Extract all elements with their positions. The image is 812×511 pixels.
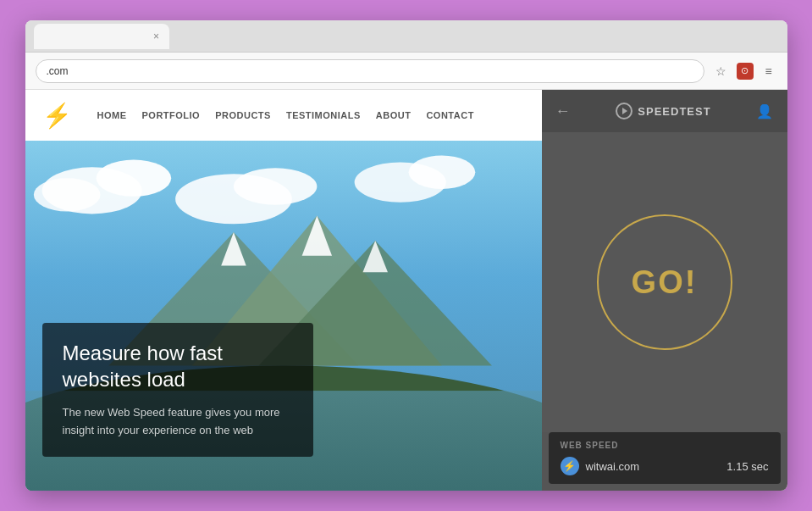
speed-value: 1.15 sec	[726, 460, 768, 473]
mobile-back-button[interactable]: ←	[555, 103, 571, 120]
nav-about[interactable]: ABOUT	[376, 110, 412, 120]
browser-window: × .com ☆ ⊙ ≡ ⚡ HOME PORTFOLIO PRODUCTS T…	[25, 20, 787, 491]
hero-text-box: Measure how fast websites load The new W…	[42, 323, 313, 457]
title-bar: ×	[25, 20, 787, 53]
bolt-symbol: ⚡	[563, 460, 576, 472]
menu-icon[interactable]: ≡	[760, 63, 777, 80]
nav-contact[interactable]: CONTACT	[426, 110, 473, 120]
hero-section: Measure how fast websites load The new W…	[25, 141, 542, 491]
content-area: ⚡ HOME PORTFOLIO PRODUCTS TESTIMONIALS A…	[25, 90, 787, 491]
address-bar: .com ☆ ⊙ ≡	[25, 53, 787, 90]
speedtest-extension-icon[interactable]: ⊙	[737, 63, 754, 80]
nav-portfolio[interactable]: PORTFOLIO	[142, 110, 201, 120]
go-label: GO!	[632, 264, 698, 301]
mobile-header: ← SPEEDTEST 👤	[542, 90, 787, 132]
url-text: .com	[47, 65, 69, 77]
go-button[interactable]: GO!	[597, 214, 732, 350]
site-logo: ⚡	[42, 102, 72, 130]
browser-tab[interactable]: ×	[34, 24, 169, 49]
url-input[interactable]: .com	[36, 59, 704, 83]
mobile-title-area: SPEEDTEST	[616, 103, 710, 119]
address-icons: ☆ ⊙ ≡	[713, 63, 777, 80]
mobile-panel: ← SPEEDTEST 👤 GO! WEB SPEED	[542, 90, 787, 491]
nav-testimonials[interactable]: TESTIMONIALS	[286, 110, 361, 120]
website-content: ⚡ HOME PORTFOLIO PRODUCTS TESTIMONIALS A…	[25, 90, 542, 491]
svg-point-3	[33, 178, 100, 211]
web-speed-label: WEB SPEED	[561, 441, 769, 450]
svg-point-7	[408, 156, 475, 189]
nav-links: HOME PORTFOLIO PRODUCTS TESTIMONIALS ABO…	[97, 110, 474, 120]
bookmark-icon[interactable]: ☆	[713, 63, 730, 80]
hero-title: Measure how fast websites load	[63, 340, 293, 392]
svg-point-2	[96, 160, 171, 197]
tab-close-button[interactable]: ×	[151, 31, 163, 42]
website-nav: ⚡ HOME PORTFOLIO PRODUCTS TESTIMONIALS A…	[25, 90, 542, 141]
svg-point-5	[233, 168, 316, 204]
nav-home[interactable]: HOME	[97, 110, 127, 120]
nav-products[interactable]: PRODUCTS	[215, 110, 271, 120]
web-speed-panel: WEB SPEED ⚡ witwai.com 1.15 sec	[549, 432, 781, 484]
hero-subtitle: The new Web Speed feature gives you more…	[63, 404, 293, 440]
speedtest-main: GO!	[542, 132, 787, 432]
web-speed-left: ⚡ witwai.com	[561, 457, 640, 475]
site-bolt-icon: ⚡	[561, 457, 579, 475]
speed-site-name: witwai.com	[586, 460, 640, 473]
mobile-title-text: SPEEDTEST	[638, 105, 710, 118]
user-icon[interactable]: 👤	[756, 103, 773, 119]
speedtest-logo-icon	[616, 103, 632, 119]
web-speed-row: ⚡ witwai.com 1.15 sec	[561, 457, 769, 475]
